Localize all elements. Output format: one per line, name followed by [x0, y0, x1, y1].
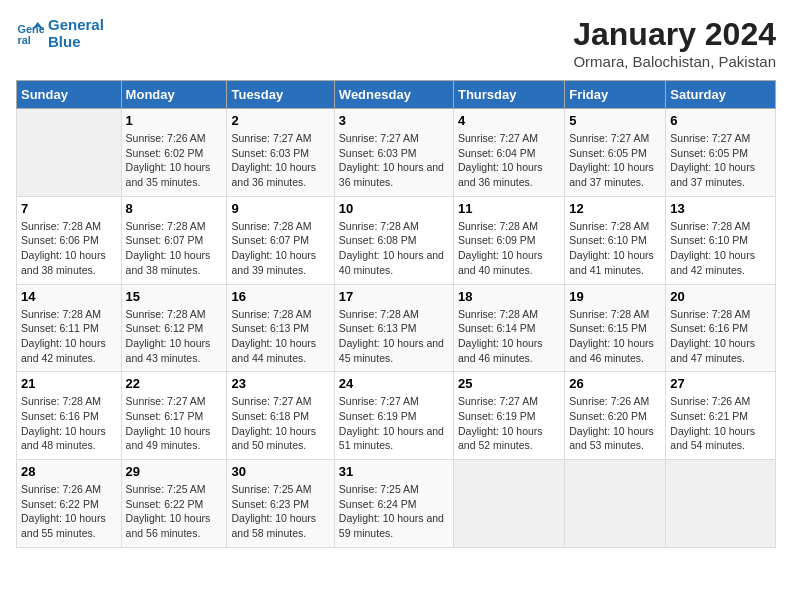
calendar-table: SundayMondayTuesdayWednesdayThursdayFrid… [16, 80, 776, 548]
calendar-cell: 14Sunrise: 7:28 AMSunset: 6:11 PMDayligh… [17, 284, 122, 372]
calendar-cell: 17Sunrise: 7:28 AMSunset: 6:13 PMDayligh… [334, 284, 453, 372]
logo: Gene ral General Blue [16, 16, 104, 50]
day-info: Sunrise: 7:27 AMSunset: 6:17 PMDaylight:… [126, 394, 223, 453]
calendar-cell [17, 109, 122, 197]
calendar-cell [666, 460, 776, 548]
calendar-cell: 4Sunrise: 7:27 AMSunset: 6:04 PMDaylight… [453, 109, 564, 197]
subtitle: Ormara, Balochistan, Pakistan [573, 53, 776, 70]
calendar-cell: 1Sunrise: 7:26 AMSunset: 6:02 PMDaylight… [121, 109, 227, 197]
day-number: 26 [569, 376, 661, 391]
day-number: 4 [458, 113, 560, 128]
calendar-cell: 27Sunrise: 7:26 AMSunset: 6:21 PMDayligh… [666, 372, 776, 460]
day-info: Sunrise: 7:25 AMSunset: 6:22 PMDaylight:… [126, 482, 223, 541]
day-number: 27 [670, 376, 771, 391]
calendar-cell: 19Sunrise: 7:28 AMSunset: 6:15 PMDayligh… [565, 284, 666, 372]
header-day: Sunday [17, 81, 122, 109]
day-info: Sunrise: 7:28 AMSunset: 6:13 PMDaylight:… [339, 307, 449, 366]
day-number: 19 [569, 289, 661, 304]
day-number: 14 [21, 289, 117, 304]
day-number: 5 [569, 113, 661, 128]
day-info: Sunrise: 7:26 AMSunset: 6:22 PMDaylight:… [21, 482, 117, 541]
calendar-cell: 26Sunrise: 7:26 AMSunset: 6:20 PMDayligh… [565, 372, 666, 460]
day-info: Sunrise: 7:27 AMSunset: 6:19 PMDaylight:… [458, 394, 560, 453]
title-area: January 2024 Ormara, Balochistan, Pakist… [573, 16, 776, 70]
day-number: 18 [458, 289, 560, 304]
day-number: 17 [339, 289, 449, 304]
calendar-cell: 21Sunrise: 7:28 AMSunset: 6:16 PMDayligh… [17, 372, 122, 460]
day-info: Sunrise: 7:28 AMSunset: 6:10 PMDaylight:… [670, 219, 771, 278]
day-info: Sunrise: 7:27 AMSunset: 6:18 PMDaylight:… [231, 394, 329, 453]
day-info: Sunrise: 7:28 AMSunset: 6:07 PMDaylight:… [126, 219, 223, 278]
header-day: Saturday [666, 81, 776, 109]
day-number: 8 [126, 201, 223, 216]
calendar-week-row: 7Sunrise: 7:28 AMSunset: 6:06 PMDaylight… [17, 196, 776, 284]
day-info: Sunrise: 7:28 AMSunset: 6:06 PMDaylight:… [21, 219, 117, 278]
day-info: Sunrise: 7:26 AMSunset: 6:20 PMDaylight:… [569, 394, 661, 453]
day-info: Sunrise: 7:28 AMSunset: 6:08 PMDaylight:… [339, 219, 449, 278]
day-number: 13 [670, 201, 771, 216]
day-number: 3 [339, 113, 449, 128]
day-number: 1 [126, 113, 223, 128]
header-row: SundayMondayTuesdayWednesdayThursdayFrid… [17, 81, 776, 109]
calendar-cell: 12Sunrise: 7:28 AMSunset: 6:10 PMDayligh… [565, 196, 666, 284]
day-info: Sunrise: 7:28 AMSunset: 6:16 PMDaylight:… [21, 394, 117, 453]
calendar-cell: 30Sunrise: 7:25 AMSunset: 6:23 PMDayligh… [227, 460, 334, 548]
header: Gene ral General Blue January 2024 Ormar… [16, 16, 776, 70]
logo-icon: Gene ral [16, 19, 44, 47]
day-info: Sunrise: 7:28 AMSunset: 6:16 PMDaylight:… [670, 307, 771, 366]
day-info: Sunrise: 7:27 AMSunset: 6:04 PMDaylight:… [458, 131, 560, 190]
calendar-cell [453, 460, 564, 548]
calendar-cell: 7Sunrise: 7:28 AMSunset: 6:06 PMDaylight… [17, 196, 122, 284]
calendar-cell: 25Sunrise: 7:27 AMSunset: 6:19 PMDayligh… [453, 372, 564, 460]
calendar-cell: 11Sunrise: 7:28 AMSunset: 6:09 PMDayligh… [453, 196, 564, 284]
day-number: 31 [339, 464, 449, 479]
calendar-cell: 8Sunrise: 7:28 AMSunset: 6:07 PMDaylight… [121, 196, 227, 284]
calendar-cell: 20Sunrise: 7:28 AMSunset: 6:16 PMDayligh… [666, 284, 776, 372]
day-number: 10 [339, 201, 449, 216]
day-info: Sunrise: 7:28 AMSunset: 6:14 PMDaylight:… [458, 307, 560, 366]
calendar-week-row: 1Sunrise: 7:26 AMSunset: 6:02 PMDaylight… [17, 109, 776, 197]
logo-line2: Blue [48, 33, 104, 50]
day-number: 7 [21, 201, 117, 216]
header-day: Tuesday [227, 81, 334, 109]
day-number: 12 [569, 201, 661, 216]
day-info: Sunrise: 7:27 AMSunset: 6:03 PMDaylight:… [339, 131, 449, 190]
day-number: 9 [231, 201, 329, 216]
calendar-cell: 3Sunrise: 7:27 AMSunset: 6:03 PMDaylight… [334, 109, 453, 197]
day-number: 20 [670, 289, 771, 304]
day-number: 25 [458, 376, 560, 391]
day-number: 22 [126, 376, 223, 391]
calendar-cell: 23Sunrise: 7:27 AMSunset: 6:18 PMDayligh… [227, 372, 334, 460]
day-number: 23 [231, 376, 329, 391]
calendar-cell: 22Sunrise: 7:27 AMSunset: 6:17 PMDayligh… [121, 372, 227, 460]
day-info: Sunrise: 7:27 AMSunset: 6:05 PMDaylight:… [569, 131, 661, 190]
day-info: Sunrise: 7:28 AMSunset: 6:09 PMDaylight:… [458, 219, 560, 278]
calendar-week-row: 21Sunrise: 7:28 AMSunset: 6:16 PMDayligh… [17, 372, 776, 460]
day-info: Sunrise: 7:28 AMSunset: 6:10 PMDaylight:… [569, 219, 661, 278]
day-info: Sunrise: 7:28 AMSunset: 6:11 PMDaylight:… [21, 307, 117, 366]
day-number: 15 [126, 289, 223, 304]
calendar-cell: 9Sunrise: 7:28 AMSunset: 6:07 PMDaylight… [227, 196, 334, 284]
calendar-cell: 18Sunrise: 7:28 AMSunset: 6:14 PMDayligh… [453, 284, 564, 372]
logo-line1: General [48, 16, 104, 33]
header-day: Thursday [453, 81, 564, 109]
day-number: 6 [670, 113, 771, 128]
calendar-cell: 24Sunrise: 7:27 AMSunset: 6:19 PMDayligh… [334, 372, 453, 460]
day-info: Sunrise: 7:28 AMSunset: 6:13 PMDaylight:… [231, 307, 329, 366]
day-info: Sunrise: 7:28 AMSunset: 6:07 PMDaylight:… [231, 219, 329, 278]
day-info: Sunrise: 7:26 AMSunset: 6:02 PMDaylight:… [126, 131, 223, 190]
header-day: Wednesday [334, 81, 453, 109]
day-number: 11 [458, 201, 560, 216]
day-number: 16 [231, 289, 329, 304]
calendar-cell: 15Sunrise: 7:28 AMSunset: 6:12 PMDayligh… [121, 284, 227, 372]
day-number: 21 [21, 376, 117, 391]
calendar-cell: 16Sunrise: 7:28 AMSunset: 6:13 PMDayligh… [227, 284, 334, 372]
calendar-week-row: 14Sunrise: 7:28 AMSunset: 6:11 PMDayligh… [17, 284, 776, 372]
svg-text:ral: ral [18, 34, 31, 46]
day-info: Sunrise: 7:25 AMSunset: 6:24 PMDaylight:… [339, 482, 449, 541]
day-info: Sunrise: 7:28 AMSunset: 6:12 PMDaylight:… [126, 307, 223, 366]
day-number: 28 [21, 464, 117, 479]
calendar-cell [565, 460, 666, 548]
main-title: January 2024 [573, 16, 776, 53]
calendar-cell: 5Sunrise: 7:27 AMSunset: 6:05 PMDaylight… [565, 109, 666, 197]
